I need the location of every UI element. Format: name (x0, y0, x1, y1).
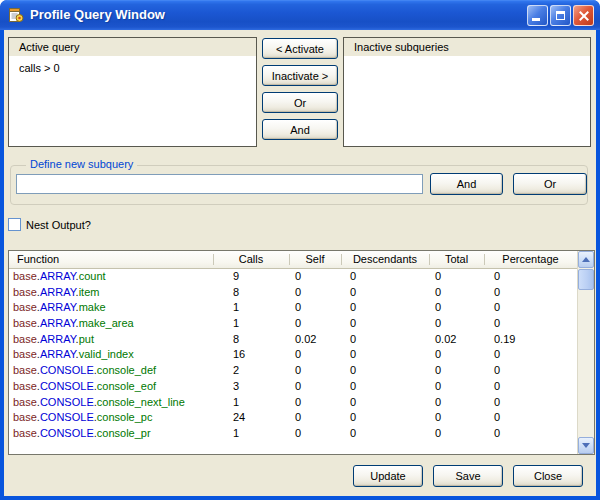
function-name-cell: base.ARRAY.make_area (9, 316, 213, 332)
window-title: Profile Query Window (30, 0, 165, 30)
table-row[interactable]: base.ARRAY.count90000 (9, 269, 577, 285)
value-cell: 0 (289, 379, 341, 395)
value-cell: 0 (484, 347, 577, 363)
or-transfer-button[interactable]: Or (262, 92, 338, 113)
and-transfer-button[interactable]: And (262, 119, 338, 140)
value-cell: 0 (289, 300, 341, 316)
value-cell: 0 (429, 347, 484, 363)
value-cell: 0 (341, 379, 429, 395)
table-row[interactable]: base.ARRAY.make10000 (9, 300, 577, 316)
arrow-down-icon (582, 443, 590, 448)
close-dialog-button[interactable]: Close (513, 465, 583, 487)
value-cell: 0 (429, 300, 484, 316)
inactivate-button[interactable]: Inactivate > (262, 65, 338, 86)
value-cell: 0 (289, 410, 341, 426)
profile-query-window: Profile Query Window Active query calls … (0, 0, 600, 500)
column-header-self[interactable]: Self (289, 251, 341, 268)
save-button[interactable]: Save (433, 465, 503, 487)
table-row[interactable]: base.CONSOLE.console_next_line10000 (9, 395, 577, 411)
function-name-cell: base.ARRAY.valid_index (9, 347, 213, 363)
table-row[interactable]: base.ARRAY.valid_index160000 (9, 347, 577, 363)
value-cell: 0 (484, 363, 577, 379)
nest-output-checkbox[interactable] (8, 218, 21, 231)
value-cell: 0 (484, 426, 577, 442)
or-define-button[interactable]: Or (513, 173, 587, 195)
table-row[interactable]: base.CONSOLE.console_eof30000 (9, 379, 577, 395)
maximize-icon (556, 11, 565, 20)
scroll-down-button[interactable] (578, 437, 594, 454)
function-name-cell: base.CONSOLE.console_def (9, 363, 213, 379)
minimize-button[interactable] (527, 5, 548, 26)
value-cell: 0 (341, 347, 429, 363)
active-query-list[interactable]: calls > 0 (9, 58, 256, 146)
and-define-button[interactable]: And (430, 173, 503, 195)
table-row[interactable]: base.CONSOLE.console_def20000 (9, 363, 577, 379)
titlebar[interactable]: Profile Query Window (0, 0, 600, 30)
value-cell: 3 (213, 379, 289, 395)
list-item[interactable]: calls > 0 (9, 58, 256, 74)
table-vertical-scrollbar[interactable] (577, 251, 594, 454)
table-header: Function Calls Self Descendants Total Pe… (9, 251, 577, 269)
value-cell: 2 (213, 363, 289, 379)
function-name-cell: base.CONSOLE.console_next_line (9, 395, 213, 411)
value-cell: 0 (341, 426, 429, 442)
update-button[interactable]: Update (353, 465, 423, 487)
value-cell: 0 (429, 395, 484, 411)
value-cell: 0 (429, 363, 484, 379)
column-header-total[interactable]: Total (429, 251, 484, 268)
arrow-up-icon (582, 257, 590, 262)
function-name-cell: base.CONSOLE.console_pr (9, 426, 213, 442)
table-row[interactable]: base.ARRAY.make_area10000 (9, 316, 577, 332)
profile-results-table: Function Calls Self Descendants Total Pe… (8, 250, 595, 455)
dialog-client-area: Active query calls > 0 < Activate Inacti… (4, 30, 596, 496)
table-row[interactable]: base.ARRAY.put80.0200.020.19 (9, 332, 577, 348)
value-cell: 0 (341, 269, 429, 285)
function-name-cell: base.CONSOLE.console_eof (9, 379, 213, 395)
inactive-subqueries-list[interactable] (344, 58, 590, 146)
maximize-button[interactable] (550, 5, 571, 26)
value-cell: 1 (213, 395, 289, 411)
value-cell: 1 (213, 316, 289, 332)
value-cell: 0 (341, 285, 429, 301)
table-body: base.ARRAY.count90000base.ARRAY.item8000… (9, 269, 577, 454)
value-cell: 0 (429, 285, 484, 301)
column-header-percentage[interactable]: Percentage (484, 251, 577, 268)
table-row[interactable]: base.ARRAY.item80000 (9, 285, 577, 301)
value-cell: 0 (341, 395, 429, 411)
table-row[interactable]: base.CONSOLE.console_pc240000 (9, 410, 577, 426)
value-cell: 0 (289, 316, 341, 332)
value-cell: 0 (289, 363, 341, 379)
caption-buttons (527, 5, 594, 26)
subquery-input[interactable] (16, 174, 423, 194)
value-cell: 9 (213, 269, 289, 285)
value-cell: 8 (213, 285, 289, 301)
value-cell: 1 (213, 426, 289, 442)
active-query-header: Active query (9, 38, 256, 57)
column-header-calls[interactable]: Calls (213, 251, 289, 268)
value-cell: 0 (289, 395, 341, 411)
value-cell: 0 (341, 332, 429, 348)
close-button[interactable] (573, 5, 594, 26)
table-row[interactable]: base.CONSOLE.console_pr10000 (9, 426, 577, 442)
inactive-subqueries-panel: Inactive subqueries (343, 37, 591, 147)
function-name-cell: base.ARRAY.item (9, 285, 213, 301)
value-cell: 0 (289, 269, 341, 285)
column-header-function[interactable]: Function (9, 251, 213, 268)
define-subquery-label: Define new subquery (26, 158, 137, 170)
window-icon (8, 7, 24, 23)
value-cell: 0 (484, 285, 577, 301)
column-header-descendants[interactable]: Descendants (341, 251, 429, 268)
scroll-up-button[interactable] (578, 251, 594, 268)
function-name-cell: base.ARRAY.put (9, 332, 213, 348)
value-cell: 0 (289, 285, 341, 301)
active-query-panel: Active query calls > 0 (8, 37, 257, 147)
value-cell: 0 (429, 316, 484, 332)
value-cell: 0 (484, 395, 577, 411)
value-cell: 1 (213, 300, 289, 316)
value-cell: 0 (484, 316, 577, 332)
activate-button[interactable]: < Activate (262, 38, 338, 59)
value-cell: 0 (341, 363, 429, 379)
scrollbar-thumb[interactable] (578, 269, 594, 290)
value-cell: 0 (484, 379, 577, 395)
value-cell: 0 (341, 316, 429, 332)
